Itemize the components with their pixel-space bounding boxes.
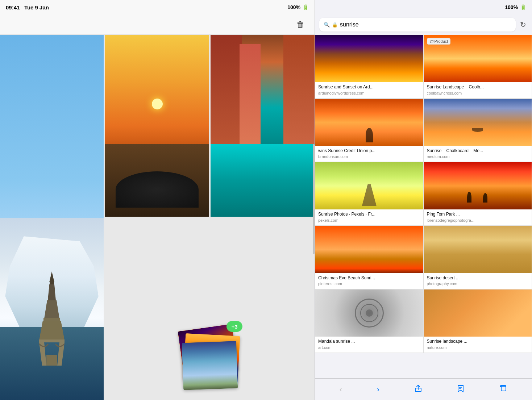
photo-venice[interactable] [211,35,315,217]
lock-icon: 🔒 [332,22,338,28]
url-field[interactable]: 🔍 🔒 sunrise [319,18,516,32]
result-info-3: wins Sunrise Credit Union p... brandonsu… [315,146,423,162]
tabs-icon [499,384,507,395]
result-thumb-4 [424,99,532,146]
safari-status-bar: 100% 🔋 [315,0,532,14]
bookmarks-icon [457,384,465,395]
battery-icon: 🔋 [303,4,309,10]
stack-card-top [182,341,238,390]
svg-marker-5 [39,321,65,340]
result-item[interactable]: Sunrise – Chalkboard – Me... medium.com [424,99,532,162]
product-tag: 🏷 Product [427,38,451,45]
svg-rect-9 [46,355,57,366]
safari-battery-pct: 100% [505,4,518,10]
stack-count: +3 [231,324,237,330]
result-thumb-9 [315,289,423,337]
result-title-9: Mandala sunrise ... [318,339,420,345]
result-title-1: Sunrise and Sunset on Ard... [318,84,420,90]
result-title-3: wins Sunrise Credit Union p... [318,148,420,154]
back-icon: ‹ [340,385,342,394]
status-right: 100% 🔋 [287,4,309,10]
svg-marker-2 [48,284,56,300]
result-thumb-6 [424,162,532,209]
photo-sunset-beach[interactable] [105,35,209,217]
scroll-divider [313,144,315,254]
tabs-button[interactable] [496,382,510,397]
result-domain-6: lorenzodegregiophotogra... [427,218,529,222]
forward-button[interactable]: › [374,382,382,397]
left-panel: 09:41 Tue 9 Jan 100% 🔋 🗑 [0,0,315,400]
result-info-2: Sunrise Landscape – Coolb... coolbawncro… [424,82,532,98]
result-thumb-3 [315,99,423,146]
result-item[interactable]: 🏷 Product Sunrise Landscape – Coolb... c… [424,35,532,99]
result-info-8: Sunrise desert ... photography.com [424,273,532,289]
search-results[interactable]: Sunrise and Sunset on Ard... arduinodiy.… [315,35,532,378]
url-text: sunrise [340,21,511,28]
result-item[interactable]: Mandala sunrise ... art.com [315,289,424,353]
time-display: 09:41 Tue 9 Jan [6,4,49,11]
result-domain-4: medium.com [427,154,529,159]
svg-rect-13 [501,386,506,391]
photo-stack-cell[interactable]: +3 [105,218,315,400]
stack-badge: +3 [226,321,242,332]
result-title-5: Sunrise Photos · Pexels · Fr... [318,212,420,217]
trash-button[interactable]: 🗑 [294,17,307,32]
forward-icon: › [377,385,379,394]
search-icon: 🔍 [324,22,330,28]
share-icon [414,384,422,395]
result-info-9: Mandala sunrise ... art.com [315,337,423,353]
trash-icon: 🗑 [296,20,304,29]
result-info-5: Sunrise Photos · Pexels · Fr... pexels.c… [315,209,423,225]
result-title-4: Sunrise – Chalkboard – Me... [427,148,529,154]
result-domain-8: photography.com [427,282,529,286]
result-thumb-5 [315,162,423,209]
result-thumb-10 [424,289,532,337]
result-item[interactable]: Sunrise desert ... photography.com [424,226,532,289]
result-thumb-2: 🏷 Product [424,35,532,82]
result-title-6: Ping Tom Park ... [427,212,529,217]
svg-marker-3 [44,300,59,318]
result-domain-1: arduinodiy.wordpress.com [318,91,420,95]
result-item[interactable]: Sunrise Photos · Pexels · Fr... pexels.c… [315,162,424,226]
safari-battery-icon: 🔋 [520,4,526,10]
result-item[interactable]: Sunrise landscape ... nature.com [424,289,532,353]
result-title-2: Sunrise Landscape – Coolb... [427,84,529,90]
result-thumb-1 [315,35,423,82]
result-item[interactable]: Ping Tom Park ... lorenzodegregiophotogr… [424,162,532,226]
bookmarks-button[interactable] [454,382,467,397]
result-domain-2: coolbawncross.com [427,91,529,95]
result-item[interactable]: Sunrise and Sunset on Ard... arduinodiy.… [315,35,424,99]
result-item[interactable]: Christmas Eve Beach Sunri... pinterest.c… [315,226,424,289]
left-status-bar: 09:41 Tue 9 Jan 100% 🔋 [0,0,315,14]
result-thumb-7 [315,226,423,273]
photo-top-right [105,35,315,217]
result-domain-3: brandonsun.com [318,154,420,159]
photo-stack: +3 [177,324,242,389]
svg-rect-4 [43,318,60,321]
share-button[interactable] [411,382,425,397]
result-thumb-8 [424,226,532,273]
result-domain-9: art.com [318,345,420,350]
battery-pct: 100% [287,4,300,10]
eiffel-tower-svg [39,271,65,366]
left-toolbar: 🗑 [0,14,315,35]
back-button[interactable]: ‹ [337,382,345,397]
result-info-10: Sunrise landscape ... nature.com [424,337,532,353]
safari-toolbar: ‹ › [315,378,532,400]
safari-url-bar: 🔍 🔒 sunrise ↻ [315,14,532,35]
result-info-6: Ping Tom Park ... lorenzodegregiophotogr… [424,209,532,225]
photos-grid: +3 [0,35,315,400]
svg-marker-0 [49,271,54,282]
result-domain-10: nature.com [427,345,529,350]
time: 09:41 [6,4,20,11]
date: Tue 9 Jan [24,4,49,11]
result-title-7: Christmas Eve Beach Sunri... [318,275,420,281]
right-panel: 100% 🔋 🔍 🔒 sunrise ↻ Sunrise and Sunset … [315,0,532,400]
refresh-button[interactable]: ↻ [519,19,528,30]
svg-rect-6 [39,339,65,342]
result-domain-7: pinterest.com [318,282,420,286]
product-tag-text: Product [435,39,448,43]
result-domain-5: pexels.com [318,218,420,222]
refresh-icon: ↻ [520,21,526,29]
result-item[interactable]: wins Sunrise Credit Union p... brandonsu… [315,99,424,162]
